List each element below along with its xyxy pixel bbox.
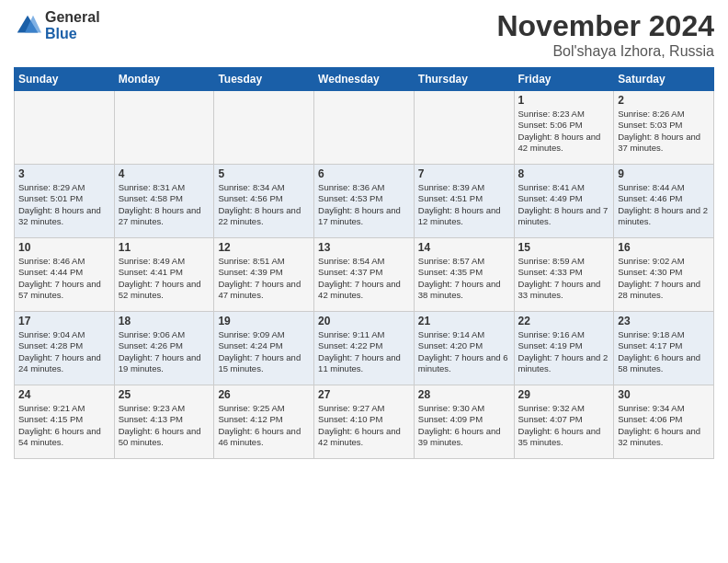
day-cell: 24Sunrise: 9:21 AMSunset: 4:15 PMDayligh…	[15, 385, 115, 459]
day-cell: 7Sunrise: 8:39 AMSunset: 4:51 PMDaylight…	[414, 165, 514, 238]
col-friday: Friday	[514, 68, 614, 91]
day-info: Sunrise: 9:23 AMSunset: 4:13 PMDaylight:…	[119, 403, 210, 448]
day-number: 30	[618, 388, 710, 401]
day-info: Sunrise: 9:32 AMSunset: 4:07 PMDaylight:…	[518, 403, 610, 448]
week-row-3: 10Sunrise: 8:46 AMSunset: 4:44 PMDayligh…	[15, 238, 714, 312]
day-cell: 25Sunrise: 9:23 AMSunset: 4:13 PMDayligh…	[114, 385, 214, 459]
day-info: Sunrise: 8:39 AMSunset: 4:51 PMDaylight:…	[418, 182, 510, 227]
day-cell: 29Sunrise: 9:32 AMSunset: 4:07 PMDayligh…	[514, 385, 614, 459]
day-number: 6	[318, 167, 410, 180]
day-cell	[15, 91, 115, 165]
day-number: 7	[418, 167, 510, 180]
day-number: 15	[518, 241, 610, 254]
day-info: Sunrise: 8:36 AMSunset: 4:53 PMDaylight:…	[318, 182, 410, 227]
day-number: 19	[218, 315, 310, 327]
day-cell: 27Sunrise: 9:27 AMSunset: 4:10 PMDayligh…	[314, 385, 415, 459]
week-row-1: 1Sunrise: 8:23 AMSunset: 5:06 PMDaylight…	[15, 91, 714, 165]
day-number: 27	[318, 388, 410, 401]
day-info: Sunrise: 9:06 AMSunset: 4:26 PMDaylight:…	[119, 329, 210, 374]
day-info: Sunrise: 9:30 AMSunset: 4:09 PMDaylight:…	[418, 403, 510, 448]
day-number: 24	[18, 388, 110, 401]
day-info: Sunrise: 9:09 AMSunset: 4:24 PMDaylight:…	[218, 329, 310, 374]
day-info: Sunrise: 9:04 AMSunset: 4:28 PMDaylight:…	[18, 329, 110, 374]
day-number: 1	[518, 94, 610, 107]
day-number: 12	[218, 241, 310, 254]
day-cell: 16Sunrise: 9:02 AMSunset: 4:30 PMDayligh…	[614, 238, 714, 312]
day-number: 29	[518, 388, 610, 401]
header-row: Sunday Monday Tuesday Wednesday Thursday…	[15, 68, 714, 91]
day-cell	[114, 91, 214, 165]
day-cell: 10Sunrise: 8:46 AMSunset: 4:44 PMDayligh…	[15, 238, 115, 312]
day-info: Sunrise: 8:57 AMSunset: 4:35 PMDaylight:…	[418, 256, 510, 301]
day-info: Sunrise: 9:11 AMSunset: 4:22 PMDaylight:…	[318, 329, 410, 374]
col-monday: Monday	[114, 68, 214, 91]
day-number: 25	[119, 388, 210, 401]
day-number: 20	[318, 315, 410, 327]
day-info: Sunrise: 8:23 AMSunset: 5:06 PMDaylight:…	[518, 109, 610, 154]
day-number: 28	[418, 388, 510, 401]
month-title: November 2024	[496, 9, 714, 43]
day-number: 26	[218, 388, 310, 401]
day-cell: 26Sunrise: 9:25 AMSunset: 4:12 PMDayligh…	[214, 385, 314, 459]
col-tuesday: Tuesday	[214, 68, 314, 91]
location: Bol'shaya Izhora, Russia	[496, 43, 714, 60]
day-number: 14	[418, 241, 510, 254]
day-cell: 4Sunrise: 8:31 AMSunset: 4:58 PMDaylight…	[114, 165, 214, 238]
day-cell: 5Sunrise: 8:34 AMSunset: 4:56 PMDaylight…	[214, 165, 314, 238]
logo-text: General Blue	[45, 9, 100, 41]
day-number: 13	[318, 241, 410, 254]
day-cell	[414, 91, 514, 165]
logo-blue: Blue	[45, 26, 100, 42]
calendar-header: Sunday Monday Tuesday Wednesday Thursday…	[15, 68, 714, 91]
day-info: Sunrise: 8:44 AMSunset: 4:46 PMDaylight:…	[618, 182, 710, 227]
day-info: Sunrise: 9:21 AMSunset: 4:15 PMDaylight:…	[18, 403, 110, 448]
day-info: Sunrise: 8:41 AMSunset: 4:49 PMDaylight:…	[518, 182, 610, 227]
day-info: Sunrise: 8:54 AMSunset: 4:37 PMDaylight:…	[318, 256, 410, 301]
logo: General Blue	[14, 9, 100, 41]
day-cell: 12Sunrise: 8:51 AMSunset: 4:39 PMDayligh…	[214, 238, 314, 312]
day-number: 10	[18, 241, 110, 254]
day-number: 23	[618, 315, 710, 327]
day-cell: 15Sunrise: 8:59 AMSunset: 4:33 PMDayligh…	[514, 238, 614, 312]
col-sunday: Sunday	[15, 68, 115, 91]
day-info: Sunrise: 8:59 AMSunset: 4:33 PMDaylight:…	[518, 256, 610, 301]
day-cell: 17Sunrise: 9:04 AMSunset: 4:28 PMDayligh…	[15, 312, 115, 385]
col-saturday: Saturday	[614, 68, 714, 91]
day-info: Sunrise: 8:29 AMSunset: 5:01 PMDaylight:…	[18, 182, 110, 227]
title-block: November 2024 Bol'shaya Izhora, Russia	[496, 9, 714, 60]
day-number: 16	[618, 241, 710, 254]
col-wednesday: Wednesday	[314, 68, 415, 91]
day-number: 9	[618, 167, 710, 180]
logo-icon	[14, 12, 41, 40]
day-info: Sunrise: 8:49 AMSunset: 4:41 PMDaylight:…	[119, 256, 210, 301]
day-cell: 2Sunrise: 8:26 AMSunset: 5:03 PMDaylight…	[614, 91, 714, 165]
day-cell: 8Sunrise: 8:41 AMSunset: 4:49 PMDaylight…	[514, 165, 614, 238]
day-number: 2	[618, 94, 710, 107]
day-number: 5	[218, 167, 310, 180]
day-number: 3	[18, 167, 110, 180]
day-cell: 3Sunrise: 8:29 AMSunset: 5:01 PMDaylight…	[15, 165, 115, 238]
calendar-body: 1Sunrise: 8:23 AMSunset: 5:06 PMDaylight…	[15, 91, 714, 459]
day-info: Sunrise: 9:14 AMSunset: 4:20 PMDaylight:…	[418, 329, 510, 374]
day-info: Sunrise: 9:34 AMSunset: 4:06 PMDaylight:…	[618, 403, 710, 448]
day-cell: 21Sunrise: 9:14 AMSunset: 4:20 PMDayligh…	[414, 312, 514, 385]
day-cell: 23Sunrise: 9:18 AMSunset: 4:17 PMDayligh…	[614, 312, 714, 385]
day-cell: 14Sunrise: 8:57 AMSunset: 4:35 PMDayligh…	[414, 238, 514, 312]
day-info: Sunrise: 8:34 AMSunset: 4:56 PMDaylight:…	[218, 182, 310, 227]
day-cell	[314, 91, 415, 165]
day-info: Sunrise: 8:31 AMSunset: 4:58 PMDaylight:…	[119, 182, 210, 227]
day-number: 11	[119, 241, 210, 254]
day-cell: 19Sunrise: 9:09 AMSunset: 4:24 PMDayligh…	[214, 312, 314, 385]
page-container: General Blue November 2024 Bol'shaya Izh…	[0, 0, 728, 464]
day-number: 21	[418, 315, 510, 327]
day-number: 4	[119, 167, 210, 180]
day-info: Sunrise: 9:02 AMSunset: 4:30 PMDaylight:…	[618, 256, 710, 301]
day-number: 18	[119, 315, 210, 327]
day-number: 8	[518, 167, 610, 180]
logo-general: General	[45, 9, 100, 26]
day-number: 22	[518, 315, 610, 327]
week-row-4: 17Sunrise: 9:04 AMSunset: 4:28 PMDayligh…	[15, 312, 714, 385]
week-row-5: 24Sunrise: 9:21 AMSunset: 4:15 PMDayligh…	[15, 385, 714, 459]
day-info: Sunrise: 9:16 AMSunset: 4:19 PMDaylight:…	[518, 329, 610, 374]
week-row-2: 3Sunrise: 8:29 AMSunset: 5:01 PMDaylight…	[15, 165, 714, 238]
